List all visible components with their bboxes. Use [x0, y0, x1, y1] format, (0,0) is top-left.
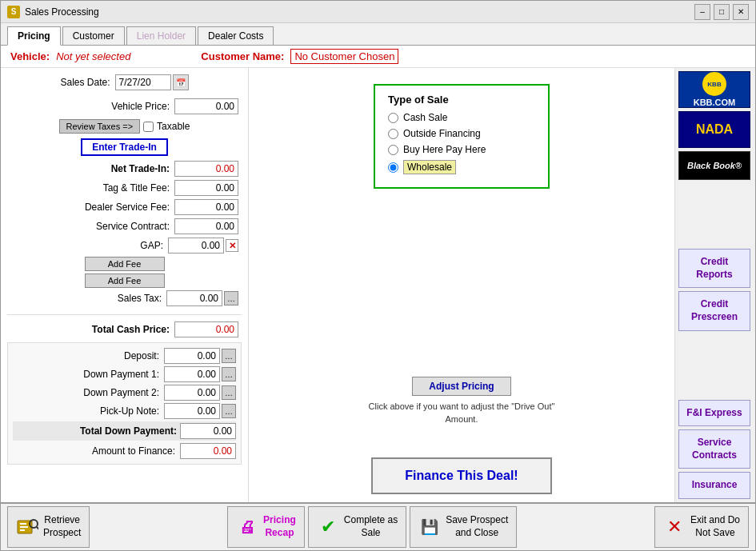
svg-rect-1 [20, 523, 26, 525]
window-title: Sales Processing [25, 6, 99, 18]
total-cash-label: Total Cash Price: [92, 324, 170, 335]
tag-title-label: Tag & Title Fee: [103, 182, 170, 194]
customer-value: No Customer Chosen [290, 49, 398, 64]
tab-customer[interactable]: Customer [62, 26, 125, 45]
net-trade-in-input[interactable] [174, 161, 238, 177]
vehicle-price-label: Vehicle Price: [111, 101, 170, 112]
net-trade-in-label: Net Trade-In: [111, 163, 170, 174]
maximize-button[interactable]: □ [714, 4, 730, 20]
down-payment-2-dots-button[interactable]: … [222, 385, 236, 400]
main-content: Sales Date: 📅 Vehicle Price: Review Taxe… [1, 68, 755, 502]
service-contracts-button[interactable]: Service Contracts [678, 429, 750, 469]
net-trade-in-row: Net Trade-In: [7, 161, 242, 177]
buy-here-pay-here-radio[interactable] [388, 145, 398, 155]
close-button[interactable]: ✕ [733, 4, 749, 20]
pickup-note-input[interactable] [164, 403, 220, 419]
dealer-service-input[interactable] [174, 199, 238, 215]
total-cash-input[interactable] [174, 321, 238, 337]
buy-here-pay-here-row: Buy Here Pay Here [388, 144, 535, 155]
middle-spacer [257, 189, 666, 377]
amount-finance-input[interactable] [180, 443, 236, 459]
right-panel-spacer2 [678, 334, 752, 397]
sales-date-input[interactable] [115, 74, 171, 90]
total-cash-row: Total Cash Price: [7, 314, 242, 337]
down-payment-2-input[interactable] [164, 385, 220, 401]
wholesale-radio[interactable] [388, 162, 398, 173]
blackbook-text: Black Book® [687, 161, 742, 170]
pricing-recap-button[interactable]: 🖨 Pricing Recap [227, 506, 305, 548]
cash-sale-label: Cash Sale [403, 112, 447, 123]
sales-tax-dots-button[interactable]: … [224, 291, 238, 305]
deposit-input[interactable] [164, 348, 220, 364]
vehicle-bar: Vehicle: Not yet selected Customer Name:… [1, 46, 755, 68]
credit-prescreen-button[interactable]: Credit Prescreen [678, 291, 750, 330]
pickup-note-dots-button[interactable]: … [222, 404, 236, 418]
svg-rect-3 [20, 529, 25, 531]
blackbook-button[interactable]: Black Book® [678, 151, 750, 180]
down-payment-2-label: Down Payment 2: [83, 387, 159, 398]
total-down-label: Total Down Payment: [80, 425, 177, 437]
exit-no-save-button[interactable]: ✕ Exit and Do Not Save [654, 506, 749, 548]
deposit-dots-button[interactable]: … [222, 349, 236, 363]
cash-sale-radio[interactable] [388, 113, 398, 123]
fni-express-button[interactable]: F&I Express [678, 400, 750, 427]
gap-input[interactable] [168, 238, 224, 254]
kbb-button[interactable]: KBB KBB.COM [678, 71, 750, 108]
add-fee-button-1[interactable]: Add Fee [85, 257, 165, 271]
adjust-pricing-button[interactable]: Adjust Pricing [412, 377, 510, 396]
tag-title-input[interactable] [174, 180, 238, 196]
sales-date-label: Sales Date: [60, 77, 110, 88]
vehicle-price-input[interactable] [174, 98, 238, 114]
bottom-bar: Retrieve Prospect 🖨 Pricing Recap ✔ Comp… [1, 502, 755, 550]
wholesale-label: Wholesale [403, 160, 456, 174]
exit-no-save-text: Exit and Do Not Save [690, 514, 740, 539]
nada-text: NADA [696, 122, 733, 137]
tab-dealer-costs[interactable]: Dealer Costs [198, 26, 274, 45]
pricing-recap-text: Pricing Recap [263, 514, 296, 539]
down-payment-1-dots-button[interactable]: … [222, 367, 236, 381]
save-prospect-button[interactable]: 💾 Save Prospect and Close [410, 506, 517, 548]
taxable-label: Taxable [157, 121, 190, 132]
deposit-label: Deposit: [124, 350, 159, 361]
type-of-sale-box: Type of Sale Cash Sale Outside Financing… [374, 84, 550, 189]
insurance-button[interactable]: Insurance [678, 472, 750, 499]
finance-deal-button[interactable]: Finance This Deal! [371, 457, 551, 494]
gap-remove-button[interactable]: ✕ [226, 239, 238, 252]
amount-finance-row: Amount to Finance: [13, 443, 236, 459]
complete-as-sale-button[interactable]: ✔ Complete as Sale [308, 506, 406, 548]
vehicle-value: Not yet selected [56, 50, 130, 62]
customer-name-label: Customer Name: [201, 50, 284, 62]
nada-button[interactable]: NADA [678, 111, 750, 148]
dealer-service-label: Dealer Service Fee: [85, 202, 170, 213]
sales-tax-input[interactable] [166, 290, 222, 306]
total-down-input[interactable] [180, 423, 236, 439]
right-panel-spacer [678, 183, 752, 246]
review-taxes-button[interactable]: Review Taxes => [59, 119, 141, 134]
save-prospect-text: Save Prospect and Close [446, 514, 508, 539]
calendar-button[interactable]: 📅 [173, 74, 189, 90]
pricing-recap-icon: 🖨 [236, 516, 258, 538]
taxes-row: Review Taxes => Taxable [7, 119, 242, 134]
add-fee-button-2[interactable]: Add Fee [85, 274, 165, 288]
sales-tax-label: Sales Tax: [118, 293, 162, 304]
right-panel: KBB KBB.COM NADA Black Book® Credit Repo… [675, 68, 755, 502]
outside-financing-row: Outside Financing [388, 128, 535, 139]
floppy-icon: 💾 [421, 518, 438, 536]
title-bar: S Sales Processing – □ ✕ [1, 1, 755, 23]
retrieve-prospect-button[interactable]: Retrieve Prospect [7, 506, 90, 548]
vehicle-label: Vehicle: [10, 50, 50, 62]
enter-trade-in-button[interactable]: Enter Trade-In [81, 138, 168, 156]
minimize-button[interactable]: – [694, 4, 710, 20]
tab-lien-holder[interactable]: Lien Holder [126, 26, 196, 45]
credit-reports-button[interactable]: Credit Reports [678, 249, 750, 288]
down-payment-1-input[interactable] [164, 366, 220, 382]
tab-pricing[interactable]: Pricing [7, 26, 61, 46]
exit-icon: ✕ [663, 516, 686, 538]
retrieve-prospect-text: Retrieve Prospect [43, 514, 81, 539]
dealer-service-row: Dealer Service Fee: [7, 199, 242, 215]
taxable-checkbox[interactable] [143, 122, 154, 132]
service-contract-input[interactable] [174, 218, 238, 234]
x-red-icon: ✕ [667, 517, 682, 537]
pickup-note-label: Pick-Up Note: [100, 405, 159, 417]
outside-financing-radio[interactable] [388, 129, 398, 139]
